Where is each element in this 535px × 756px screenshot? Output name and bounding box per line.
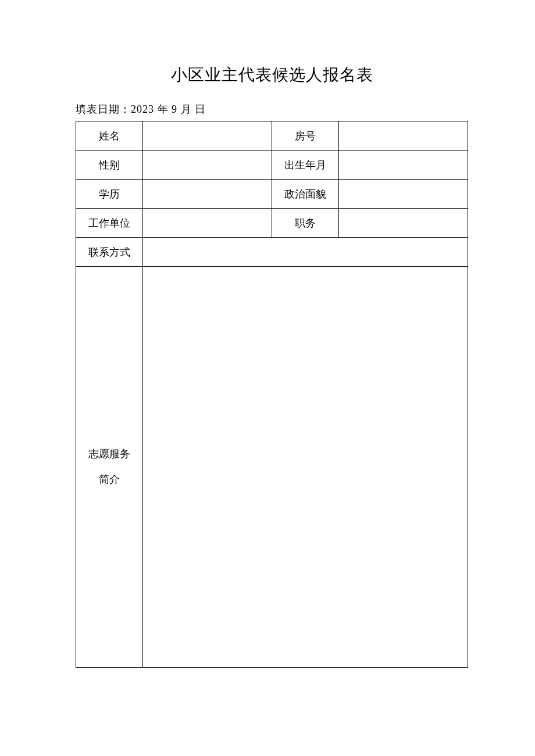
room-label: 房号 [272, 121, 338, 151]
position-label: 职务 [272, 209, 338, 238]
gender-label: 性别 [76, 151, 143, 180]
intro-label-line2: 简介 [79, 467, 140, 492]
table-row: 工作单位 职务 [76, 209, 468, 238]
birth-value[interactable] [338, 151, 468, 180]
table-row: 联系方式 [76, 238, 468, 267]
table-row: 姓名 房号 [76, 121, 468, 151]
contact-value[interactable] [142, 238, 468, 267]
table-row: 学历 政治面貌 [76, 180, 468, 209]
table-row: 志愿服务 简介 [76, 267, 468, 668]
gender-value[interactable] [142, 151, 272, 180]
intro-value[interactable] [142, 267, 468, 668]
date-prefix: 填表日期： [76, 103, 131, 115]
position-value[interactable] [338, 209, 468, 238]
education-label: 学历 [76, 180, 143, 209]
name-value[interactable] [142, 121, 272, 151]
intro-label: 志愿服务 简介 [76, 267, 143, 668]
date-line: 填表日期：2023 年 9 月 日 [76, 102, 468, 116]
education-value[interactable] [142, 180, 272, 209]
room-value[interactable] [338, 121, 468, 151]
name-label: 姓名 [76, 121, 143, 151]
political-label: 政治面貌 [272, 180, 338, 209]
birth-label: 出生年月 [272, 151, 338, 180]
political-value[interactable] [338, 180, 468, 209]
intro-label-line1: 志愿服务 [79, 442, 140, 467]
page-title: 小区业主代表候选人报名表 [76, 64, 468, 86]
registration-table: 姓名 房号 性别 出生年月 学历 政治面貌 工作单位 职务 联系方式 [76, 121, 468, 668]
employer-value[interactable] [142, 209, 272, 238]
table-row: 性别 出生年月 [76, 151, 468, 180]
employer-label: 工作单位 [76, 209, 143, 238]
date-value: 2023 年 9 月 日 [131, 103, 206, 115]
contact-label: 联系方式 [76, 238, 143, 267]
document-page: 小区业主代表候选人报名表 填表日期：2023 年 9 月 日 姓名 房号 性别 … [0, 0, 535, 668]
